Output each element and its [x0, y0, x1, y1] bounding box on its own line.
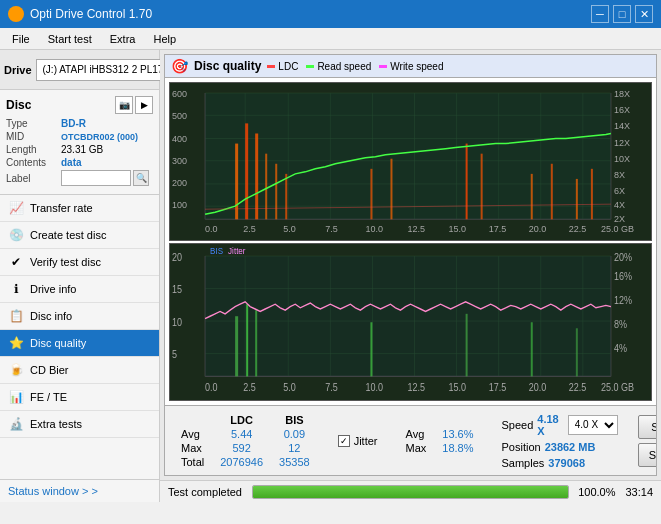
- sidebar-item-drive-info[interactable]: ℹ Drive info: [0, 276, 159, 303]
- disc-label-btn[interactable]: 🔍: [133, 170, 149, 186]
- position-label: Position: [502, 441, 541, 453]
- total-ldc: 2076946: [212, 455, 271, 469]
- total-bis: 35358: [271, 455, 318, 469]
- disc-icon-btn2[interactable]: ▶: [135, 96, 153, 114]
- jitter-group: ✓ Jitter: [338, 435, 378, 447]
- elapsed-time: 33:14: [625, 486, 653, 498]
- svg-text:7.5: 7.5: [325, 224, 338, 234]
- svg-text:300: 300: [172, 156, 187, 166]
- speed-stat-select[interactable]: 4.0 X: [568, 415, 618, 435]
- svg-text:14X: 14X: [614, 121, 630, 131]
- svg-rect-59: [591, 169, 593, 219]
- svg-rect-99: [205, 256, 611, 376]
- minimize-button[interactable]: ─: [591, 5, 609, 23]
- lower-chart: 20 15 10 5 20% 16% 12% 8% 4% 0.0 2.5 5.0: [169, 243, 652, 402]
- menu-extra[interactable]: Extra: [102, 31, 144, 47]
- avg-label: Avg: [173, 427, 212, 441]
- sidebar-item-disc-info[interactable]: 📋 Disc info: [0, 303, 159, 330]
- menu-file[interactable]: File: [4, 31, 38, 47]
- svg-rect-53: [390, 159, 392, 220]
- j-avg-label: Avg: [398, 427, 435, 441]
- svg-rect-103: [370, 322, 372, 376]
- start-full-button[interactable]: Start full: [638, 415, 657, 439]
- svg-text:12X: 12X: [614, 138, 630, 148]
- max-row: Max 592 12: [173, 441, 318, 455]
- stats-table: LDC BIS Avg 5.44 0.09 Max 592: [173, 413, 318, 469]
- legend-write-speed: Write speed: [379, 61, 443, 72]
- svg-text:20.0: 20.0: [529, 381, 547, 393]
- sidebar-item-label: Transfer rate: [30, 202, 93, 214]
- disc-quality-panel: 🎯 Disc quality LDC Read speed Write spee…: [164, 54, 657, 476]
- status-window-link[interactable]: Status window > >: [8, 485, 151, 497]
- disc-label-input[interactable]: [61, 170, 131, 186]
- total-label: Total: [173, 455, 212, 469]
- progress-bar-fill: [253, 486, 568, 498]
- svg-text:12.5: 12.5: [407, 381, 425, 393]
- sidebar-item-verify-test-disc[interactable]: ✔ Verify test disc: [0, 249, 159, 276]
- disc-info-icon: 📋: [8, 308, 24, 324]
- sidebar-item-label: Disc quality: [30, 337, 86, 349]
- max-bis: 12: [271, 441, 318, 455]
- svg-text:22.5: 22.5: [569, 381, 587, 393]
- total-row: Total 2076946 35358: [173, 455, 318, 469]
- svg-text:16X: 16X: [614, 105, 630, 115]
- svg-text:6X: 6X: [614, 186, 625, 196]
- svg-text:12%: 12%: [614, 294, 632, 306]
- svg-rect-58: [576, 179, 578, 219]
- svg-text:15.0: 15.0: [449, 381, 467, 393]
- sidebar-item-fe-te[interactable]: 📊 FE / TE: [0, 384, 159, 411]
- menu-help[interactable]: Help: [145, 31, 184, 47]
- svg-text:15.0: 15.0: [449, 224, 467, 234]
- title-bar: Opti Drive Control 1.70 ─ □ ✕: [0, 0, 661, 28]
- maximize-button[interactable]: □: [613, 5, 631, 23]
- svg-text:0.0: 0.0: [205, 381, 218, 393]
- status-text: Test completed: [168, 486, 242, 498]
- svg-text:200: 200: [172, 178, 187, 188]
- menu-start-test[interactable]: Start test: [40, 31, 100, 47]
- upper-chart-svg: 600 500 400 300 200 100 18X 16X 14X 12X …: [170, 83, 651, 240]
- position-value: 23862 MB: [545, 441, 596, 453]
- legend-read-speed: Read speed: [306, 61, 371, 72]
- progress-bar: [252, 485, 569, 499]
- svg-rect-56: [531, 174, 533, 219]
- svg-rect-54: [466, 144, 468, 220]
- start-part-button[interactable]: Start part: [638, 443, 657, 467]
- j-max-label: Max: [398, 441, 435, 455]
- sidebar-item-transfer-rate[interactable]: 📈 Transfer rate: [0, 195, 159, 222]
- svg-text:12.5: 12.5: [407, 224, 425, 234]
- svg-text:500: 500: [172, 111, 187, 121]
- svg-rect-48: [255, 133, 258, 219]
- sidebar-item-extra-tests[interactable]: 🔬 Extra tests: [0, 411, 159, 438]
- disc-panel: Disc 📷 ▶ Type BD-R MID OTCBDR002 (000) L…: [0, 90, 159, 195]
- close-button[interactable]: ✕: [635, 5, 653, 23]
- disc-type-value: BD-R: [61, 118, 86, 129]
- avg-ldc: 5.44: [212, 427, 271, 441]
- extra-tests-icon: 🔬: [8, 416, 24, 432]
- charts-container: 600 500 400 300 200 100 18X 16X 14X 12X …: [165, 78, 656, 405]
- disc-quality-icon: ⭐: [8, 335, 24, 351]
- disc-mid-label: MID: [6, 131, 61, 142]
- svg-text:600: 600: [172, 89, 187, 99]
- disc-contents-value: data: [61, 157, 82, 168]
- dq-legend: LDC Read speed Write speed: [267, 61, 443, 72]
- svg-text:0.0: 0.0: [205, 224, 218, 234]
- status-window-section: Status window > >: [0, 479, 159, 502]
- svg-text:16%: 16%: [614, 270, 632, 282]
- disc-icon-btn1[interactable]: 📷: [115, 96, 133, 114]
- disc-section-label: Disc: [6, 98, 31, 112]
- svg-text:17.5: 17.5: [489, 224, 507, 234]
- jitter-label: Jitter: [354, 435, 378, 447]
- sidebar-item-disc-quality[interactable]: ⭐ Disc quality: [0, 330, 159, 357]
- transfer-rate-icon: 📈: [8, 200, 24, 216]
- svg-text:4%: 4%: [614, 342, 627, 354]
- svg-rect-50: [275, 164, 277, 220]
- svg-text:25.0 GB: 25.0 GB: [601, 381, 634, 393]
- sidebar-item-create-test-disc[interactable]: 💿 Create test disc: [0, 222, 159, 249]
- main-layout: Drive (J:) ATAPI iHBS312 2 PL17 ⏏ Speed …: [0, 50, 661, 502]
- drive-label: Drive: [4, 64, 32, 76]
- jitter-checkbox[interactable]: ✓: [338, 435, 350, 447]
- col-bis: BIS: [271, 413, 318, 427]
- svg-text:100: 100: [172, 200, 187, 210]
- svg-rect-104: [466, 313, 468, 376]
- sidebar-item-cd-bier[interactable]: 🍺 CD Bier: [0, 357, 159, 384]
